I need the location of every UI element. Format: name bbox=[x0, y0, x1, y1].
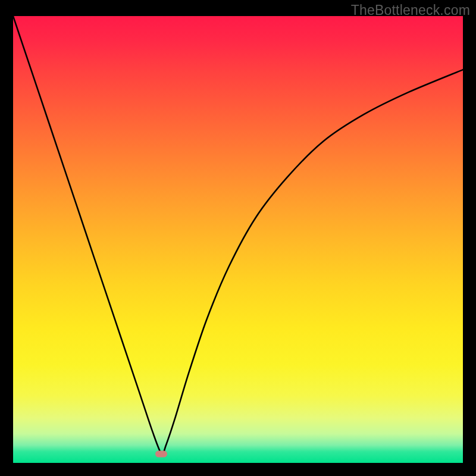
bottleneck-curve bbox=[13, 16, 463, 455]
chart-frame: TheBottleneck.com bbox=[0, 0, 476, 476]
watermark-text: TheBottleneck.com bbox=[351, 2, 470, 18]
curve-svg bbox=[13, 16, 463, 463]
minimum-marker bbox=[155, 450, 167, 457]
plot-area bbox=[13, 16, 463, 463]
